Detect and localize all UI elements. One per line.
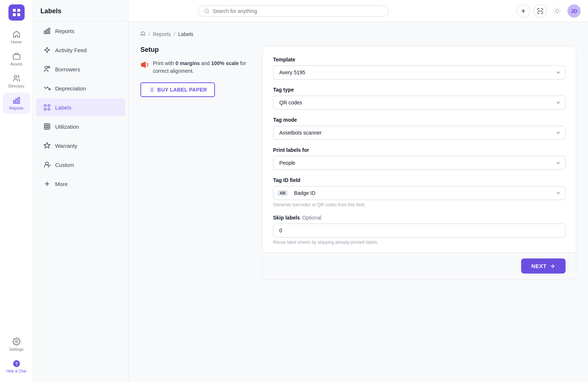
skip-labels-input[interactable] (273, 224, 566, 238)
tag-id-hint: Generate barcodes or QR codes from this … (273, 202, 566, 207)
svg-point-16 (46, 47, 47, 49)
template-select[interactable]: Avery 5195 Avery 5160 Avery 5163 Custom (273, 65, 566, 79)
form-footer: NEXT (263, 252, 576, 279)
assets-nav-label: Assets (10, 62, 22, 66)
topbar-actions: JD (517, 4, 581, 18)
app-logo[interactable] (8, 4, 25, 21)
home-nav-label: Home (11, 40, 22, 44)
svg-line-46 (559, 13, 559, 13)
svg-line-49 (555, 13, 555, 13)
svg-point-5 (14, 75, 17, 78)
breadcrumb-home[interactable] (140, 31, 146, 37)
sidebar-item-settings[interactable]: Settings (3, 334, 30, 355)
svg-rect-7 (16, 99, 17, 103)
sidebar-item-reports[interactable]: Reports (36, 22, 125, 40)
tag-id-label: Tag ID field (273, 177, 566, 183)
help-chat-label: Help & Chat (7, 369, 26, 373)
scan-button[interactable] (534, 4, 547, 18)
svg-point-15 (44, 49, 46, 50)
sidebar-item-home[interactable]: Home (3, 26, 30, 48)
margins-bold: 0 margins (175, 60, 200, 66)
search-icon (204, 8, 209, 14)
svg-line-45 (555, 8, 555, 9)
svg-rect-25 (44, 105, 46, 107)
icon-nav: Home Assets Directory Reports Setti (0, 0, 33, 382)
sidebar-item-directory[interactable]: Directory (3, 71, 30, 92)
template-select-wrapper: Avery 5195 Avery 5160 Avery 5163 Custom (273, 65, 566, 79)
skip-labels-label: Skip labelsOptional (273, 215, 566, 221)
print-for-group: Print labels for People Assets Both (273, 147, 566, 170)
sidebar-warranty-label: Warranty (55, 143, 77, 149)
skip-optional: Optional (302, 215, 321, 221)
svg-rect-13 (46, 29, 47, 34)
sidebar-item-more[interactable]: More (36, 175, 125, 193)
sidebar-item-warranty[interactable]: Warranty (36, 137, 125, 154)
svg-point-18 (46, 51, 47, 52)
next-button[interactable]: NEXT (521, 258, 566, 274)
arrow-right-icon (549, 263, 555, 269)
setup-notice: Print with 0 margins and 100% scale for … (140, 60, 251, 75)
user-avatar[interactable]: JD (567, 4, 581, 18)
sidebar-depreciation-label: Depreciation (55, 85, 86, 92)
main-area: JD / Reports / Labels Setup (129, 0, 588, 382)
settings-nav-label: Settings (9, 347, 24, 351)
svg-point-17 (48, 49, 49, 50)
sidebar-item-utilization[interactable]: Utilization (36, 118, 125, 135)
svg-rect-4 (13, 54, 19, 59)
print-for-label: Print labels for (273, 147, 566, 153)
tag-type-group: Tag type QR codes Barcodes Both (273, 87, 566, 110)
skip-labels-hint: Reuse label sheets by skipping already-p… (273, 240, 566, 245)
tag-mode-select-wrapper: Assetbots scanner URL Custom (273, 126, 566, 140)
breadcrumb-reports[interactable]: Reports (153, 31, 171, 37)
tag-type-select[interactable]: QR codes Barcodes Both (273, 96, 566, 110)
svg-rect-26 (48, 105, 50, 107)
svg-line-38 (208, 12, 209, 13)
setup-title: Setup (140, 46, 251, 54)
search-input[interactable] (212, 8, 383, 14)
tag-id-select-wrapper: AB Badge ID Employee ID Asset Tag (273, 186, 566, 200)
svg-rect-12 (44, 31, 46, 34)
search-bar[interactable] (198, 6, 389, 17)
skip-labels-group: Skip labelsOptional Reuse label sheets b… (273, 215, 566, 245)
svg-rect-14 (49, 28, 50, 34)
plus-icon (520, 8, 526, 14)
directory-nav-label: Directory (8, 84, 24, 88)
sidebar-item-borrowers[interactable]: Borrowers (36, 60, 125, 78)
buy-button-label: BUY LABEL PAPER (157, 87, 207, 93)
scan-icon (537, 8, 544, 14)
buy-label-paper-button[interactable]: BUY LABEL PAPER (140, 82, 215, 97)
megaphone-icon (140, 60, 149, 69)
sidebar-activity-label: Activity Feed (55, 47, 87, 53)
breadcrumb-current: Labels (178, 31, 193, 37)
svg-point-23 (45, 67, 47, 69)
sidebar-custom-label: Custom (55, 162, 74, 168)
theme-toggle[interactable] (551, 4, 564, 18)
tag-mode-select[interactable]: Assetbots scanner URL Custom (273, 126, 566, 140)
add-button[interactable] (517, 4, 530, 18)
svg-rect-0 (13, 9, 16, 12)
svg-rect-1 (17, 9, 20, 12)
sidebar-item-assets[interactable]: Assets (3, 49, 30, 70)
print-for-select[interactable]: People Assets Both (273, 156, 566, 170)
svg-point-9 (15, 340, 18, 343)
svg-rect-24 (48, 67, 50, 68)
sidebar-item-activity-feed[interactable]: Activity Feed (36, 41, 125, 59)
tag-type-select-wrapper: QR codes Barcodes Both (273, 96, 566, 110)
tag-id-select[interactable]: Badge ID Employee ID Asset Tag (273, 186, 566, 200)
tag-mode-label: Tag mode (273, 117, 566, 123)
help-chat-button[interactable]: ? Help & Chat (3, 356, 30, 377)
setup-notice-text: Print with 0 margins and 100% scale for … (153, 60, 251, 75)
sidebar-item-depreciation[interactable]: Depreciation (36, 79, 125, 97)
sidebar-borrowers-label: Borrowers (55, 66, 80, 72)
breadcrumb: / Reports / Labels (140, 31, 576, 37)
svg-rect-8 (18, 97, 19, 104)
svg-rect-6 (13, 100, 15, 103)
sidebar-item-reports[interactable]: Reports (3, 93, 30, 114)
form-panel: Template Avery 5195 Avery 5160 Avery 516… (262, 46, 576, 280)
sidebar-item-labels[interactable]: Labels (36, 99, 125, 116)
reports-sidebar: Labels Reports Activity Feed Borrowers D… (33, 0, 129, 382)
sidebar-item-custom[interactable]: Custom (36, 156, 125, 174)
tag-type-label: Tag type (273, 87, 566, 93)
template-group: Template Avery 5195 Avery 5160 Avery 516… (273, 57, 566, 79)
next-button-label: NEXT (531, 263, 546, 269)
